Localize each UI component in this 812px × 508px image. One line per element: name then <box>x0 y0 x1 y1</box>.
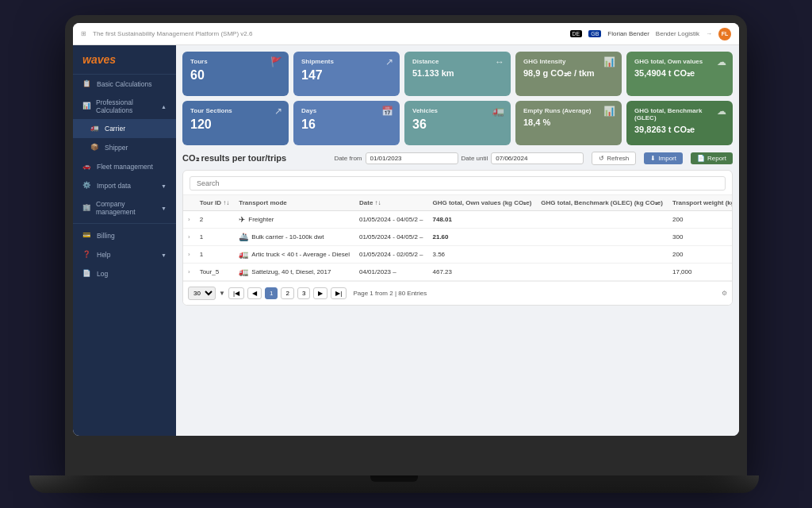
stat-distance-icon: ↔ <box>495 56 504 67</box>
sidebar: waves 📋 Basic Calculations 📊 Professiona… <box>73 45 176 436</box>
expand-cell[interactable]: › <box>183 229 195 246</box>
top-bar: ⊞ The first Sustainability Management Pl… <box>73 23 739 45</box>
flag-gb[interactable]: GB <box>588 30 601 37</box>
search-input[interactable] <box>190 176 726 190</box>
table-row[interactable]: › Tour_5 🚛 Sattelzug, 40 t, Diesel, 2017… <box>183 264 733 281</box>
tour-id-cell: 2 <box>195 211 235 229</box>
ghg-own-cell: 21.60 <box>428 229 537 246</box>
last-page-btn[interactable]: ▶| <box>331 287 347 299</box>
table-row[interactable]: › 1 🚢 Bulk carrier - 10-100k dwt 01/05/2… <box>183 229 733 246</box>
expand-cell[interactable]: › <box>183 246 195 264</box>
expand-cell[interactable]: › <box>183 264 195 281</box>
sidebar-item-log[interactable]: 📄 Log <box>73 264 176 283</box>
sidebar-item-help[interactable]: ❓ Help ▼ <box>73 245 176 264</box>
flag-german[interactable]: DE <box>570 30 583 37</box>
stat-tours: Tours 60 🚩 <box>182 52 289 96</box>
transport-label: Bulk carrier - 10-100k dwt <box>251 233 324 241</box>
data-table-container: Tour ID ↑↓ Transport mode Date ↑↓ GHG to… <box>182 170 733 306</box>
date-to-input[interactable] <box>491 152 584 164</box>
col-transport-mode: Transport mode <box>234 195 354 211</box>
company-icon: 🏢 <box>82 203 91 213</box>
page-1-btn[interactable]: 1 <box>265 287 278 299</box>
col-tour-id[interactable]: Tour ID ↑↓ <box>195 195 235 211</box>
weight-cell: 200 <box>668 246 733 264</box>
first-page-btn[interactable]: |◀ <box>228 287 244 299</box>
page-info: Page 1 from 2 | 80 Entries <box>353 290 427 297</box>
stat-ghg-intensity-label: GHG Intensity <box>523 58 614 65</box>
stat-ghg-intensity-icon: 📊 <box>603 56 615 67</box>
table-row[interactable]: › 1 🚛 Artic truck < 40 t - Average - Die… <box>183 246 733 264</box>
stat-tour-sections-label: Tour Sections <box>190 107 281 114</box>
stat-distance-label: Distance <box>412 58 503 65</box>
help-icon: ❓ <box>82 250 92 260</box>
sidebar-item-shipper[interactable]: 📦 Shipper <box>73 138 176 157</box>
page-2-btn[interactable]: 2 <box>281 287 293 299</box>
weight-cell: 17,000 <box>668 264 733 281</box>
fleet-icon: 🚗 <box>82 162 92 171</box>
laptop-base <box>29 475 759 493</box>
stat-ghg-benchmark-value: 39,8263 t CO₂e <box>634 125 725 135</box>
sidebar-item-billing[interactable]: 💳 Billing <box>73 226 176 245</box>
search-bar <box>183 171 732 195</box>
stat-ghg-own: GHG total, Own values 35,4904 t CO₂e ☁ <box>626 52 733 96</box>
stat-shipments: Shipments 147 ↗ <box>293 52 400 96</box>
data-table: Tour ID ↑↓ Transport mode Date ↑↓ GHG to… <box>183 195 733 281</box>
import-btn-icon: ⬇ <box>650 155 656 162</box>
col-weight: Transport weight (kg) <box>668 195 733 211</box>
transport-icon: 🚢 <box>239 233 248 241</box>
stat-empty-runs-icon: 📊 <box>603 106 615 117</box>
sidebar-item-professional-calc[interactable]: 📊 Professional Calculations ▲ <box>73 94 176 119</box>
stat-vehicles: Vehicles 36 🚛 <box>404 101 511 145</box>
date-from-input[interactable] <box>366 152 458 164</box>
date-from-label: Date from <box>334 155 362 162</box>
next-page-btn[interactable]: ▶ <box>313 287 327 299</box>
main-content: Tours 60 🚩 Shipments 147 ↗ Distance 51.1… <box>176 45 739 436</box>
per-page-select[interactable]: 30 10 20 50 <box>188 287 216 300</box>
table-settings-icon[interactable]: ⚙ <box>722 290 727 297</box>
date-cell: 04/01/2023 – <box>354 264 428 281</box>
stats-grid: Tours 60 🚩 Shipments 147 ↗ Distance 51.1… <box>182 52 733 145</box>
date-cell: 01/05/2024 - 04/05/2 – <box>354 229 428 246</box>
sidebar-item-import[interactable]: ⚙️ Import data ▼ <box>73 176 176 195</box>
stat-tour-sections-value: 120 <box>190 117 281 132</box>
sidebar-item-carrier[interactable]: 🚛 Carrier <box>73 119 176 138</box>
expand-cell[interactable]: › <box>183 211 195 229</box>
report-button[interactable]: 📄 Report <box>691 152 733 164</box>
calc-icon: 📋 <box>82 79 92 89</box>
arrow-icon: → <box>706 30 712 37</box>
table-row[interactable]: › 2 ✈ Freighter 01/05/2024 - 04/05/2 – 7… <box>183 211 733 229</box>
stat-ghg-own-value: 35,4904 t CO₂e <box>634 68 725 79</box>
refresh-button[interactable]: ↺ Refresh <box>592 152 636 165</box>
stat-ghg-own-label: GHG total, Own values <box>634 58 725 65</box>
stat-days-label: Days <box>301 107 392 114</box>
page-3-btn[interactable]: 3 <box>297 287 310 299</box>
col-date[interactable]: Date ↑↓ <box>354 195 428 211</box>
tour-id-cell: Tour_5 <box>195 264 235 281</box>
refresh-icon: ↺ <box>599 155 604 162</box>
sidebar-item-basic-calc[interactable]: 📋 Basic Calculations <box>73 75 176 94</box>
import-button[interactable]: ⬇ Import <box>644 152 683 164</box>
per-page-label: ▼ <box>219 290 225 297</box>
ghg-own-cell: 467.23 <box>428 264 537 281</box>
user-name: Florian Bender <box>607 30 649 37</box>
transport-label: Artic truck < 40 t - Average - Diesel <box>251 251 350 258</box>
ghg-benchmark-cell <box>536 246 668 264</box>
pro-calc-icon: 📊 <box>82 102 91 111</box>
sidebar-item-company[interactable]: 🏢 Company management ▼ <box>73 195 176 221</box>
transport-mode-cell: 🚢 Bulk carrier - 10-100k dwt <box>234 229 354 246</box>
tour-id-cell: 1 <box>195 229 235 246</box>
log-icon: 📄 <box>82 269 92 279</box>
transport-mode-cell: 🚛 Sattelzug, 40 t, Diesel, 2017 <box>234 264 354 281</box>
stat-days-icon: 📅 <box>381 106 393 117</box>
sidebar-item-fleet[interactable]: 🚗 Fleet management <box>73 157 176 176</box>
chevron-down-icon-import: ▼ <box>161 183 167 189</box>
stat-tour-sections-icon: ↗ <box>274 106 282 117</box>
stat-vehicles-value: 36 <box>412 117 503 132</box>
stat-days: Days 16 📅 <box>293 101 400 145</box>
chevron-down-icon-help: ▼ <box>161 252 167 258</box>
stat-ghg-intensity: GHG Intensity 98,9 g CO₂e / tkm 📊 <box>515 52 622 96</box>
stat-empty-runs-value: 18,4 % <box>523 117 614 127</box>
carrier-icon: 🚛 <box>90 124 100 133</box>
avatar[interactable]: FL <box>718 28 731 40</box>
prev-page-btn[interactable]: ◀ <box>247 287 262 299</box>
